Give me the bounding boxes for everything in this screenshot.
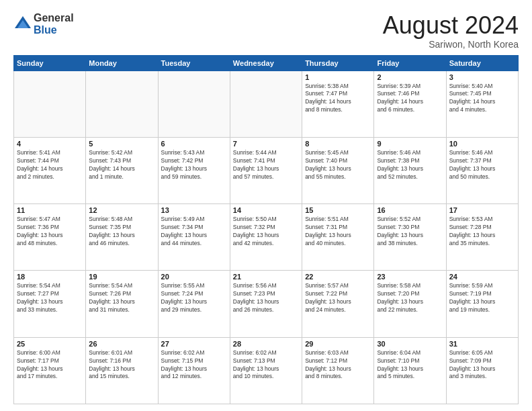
logo-general-text: General <box>34 12 74 24</box>
table-row: 5Sunrise: 5:42 AM Sunset: 7:43 PM Daylig… <box>86 137 158 203</box>
day-number: 23 <box>377 273 443 281</box>
logo: General Blue <box>13 12 74 36</box>
cell-content: Sunrise: 5:41 AM Sunset: 7:44 PM Dayligh… <box>17 149 83 181</box>
page: General Blue August 2024 Sariwon, North … <box>0 0 532 411</box>
table-row: 2Sunrise: 5:39 AM Sunset: 7:46 PM Daylig… <box>374 71 446 137</box>
logo-icon <box>13 15 32 34</box>
header: General Blue August 2024 Sariwon, North … <box>13 12 519 50</box>
cell-content: Sunrise: 5:53 AM Sunset: 7:28 PM Dayligh… <box>449 216 515 248</box>
title-block: August 2024 Sariwon, North Korea <box>383 12 519 50</box>
header-thursday: Thursday <box>302 55 374 71</box>
header-sunday: Sunday <box>14 55 86 71</box>
table-row: 9Sunrise: 5:46 AM Sunset: 7:38 PM Daylig… <box>374 137 446 203</box>
header-monday: Monday <box>86 55 158 71</box>
table-row: 6Sunrise: 5:43 AM Sunset: 7:42 PM Daylig… <box>158 137 230 203</box>
day-number: 2 <box>377 73 443 81</box>
cell-content: Sunrise: 5:45 AM Sunset: 7:40 PM Dayligh… <box>305 149 371 181</box>
table-row: 18Sunrise: 5:54 AM Sunset: 7:27 PM Dayli… <box>14 271 86 337</box>
day-number: 29 <box>305 340 371 348</box>
table-row: 25Sunrise: 6:00 AM Sunset: 7:17 PM Dayli… <box>14 337 86 404</box>
day-number: 5 <box>89 140 154 148</box>
cell-content: Sunrise: 5:50 AM Sunset: 7:32 PM Dayligh… <box>233 216 299 248</box>
table-row: 29Sunrise: 6:03 AM Sunset: 7:12 PM Dayli… <box>302 337 374 404</box>
day-number: 22 <box>305 273 371 281</box>
cell-content: Sunrise: 6:02 AM Sunset: 7:15 PM Dayligh… <box>161 349 227 381</box>
calendar-week-3: 11Sunrise: 5:47 AM Sunset: 7:36 PM Dayli… <box>14 204 519 271</box>
table-row: 21Sunrise: 5:56 AM Sunset: 7:23 PM Dayli… <box>230 271 302 337</box>
day-number: 19 <box>89 273 154 281</box>
cell-content: Sunrise: 5:55 AM Sunset: 7:24 PM Dayligh… <box>161 282 227 314</box>
day-number: 25 <box>17 340 83 348</box>
cell-content: Sunrise: 5:51 AM Sunset: 7:31 PM Dayligh… <box>305 216 371 248</box>
header-friday: Friday <box>374 55 446 71</box>
table-row: 27Sunrise: 6:02 AM Sunset: 7:15 PM Dayli… <box>158 337 230 404</box>
days-header-row: Sunday Monday Tuesday Wednesday Thursday… <box>14 55 519 71</box>
cell-content: Sunrise: 5:59 AM Sunset: 7:19 PM Dayligh… <box>449 282 515 314</box>
table-row: 7Sunrise: 5:44 AM Sunset: 7:41 PM Daylig… <box>230 137 302 203</box>
cell-content: Sunrise: 6:02 AM Sunset: 7:13 PM Dayligh… <box>233 349 299 381</box>
day-number: 20 <box>161 273 227 281</box>
day-number: 16 <box>377 206 443 214</box>
cell-content: Sunrise: 5:44 AM Sunset: 7:41 PM Dayligh… <box>233 149 299 181</box>
day-number: 7 <box>233 140 299 148</box>
day-number: 26 <box>89 340 154 348</box>
day-number: 12 <box>89 206 154 214</box>
cell-content: Sunrise: 5:57 AM Sunset: 7:22 PM Dayligh… <box>305 282 371 314</box>
logo-blue-text: Blue <box>34 24 74 36</box>
table-row: 14Sunrise: 5:50 AM Sunset: 7:32 PM Dayli… <box>230 204 302 271</box>
day-number: 18 <box>17 273 83 281</box>
cell-content: Sunrise: 5:39 AM Sunset: 7:46 PM Dayligh… <box>377 83 443 115</box>
table-row: 15Sunrise: 5:51 AM Sunset: 7:31 PM Dayli… <box>302 204 374 271</box>
cell-content: Sunrise: 5:40 AM Sunset: 7:45 PM Dayligh… <box>449 83 515 115</box>
day-number: 1 <box>305 73 371 81</box>
calendar-week-1: 1Sunrise: 5:38 AM Sunset: 7:47 PM Daylig… <box>14 71 519 137</box>
day-number: 31 <box>449 340 515 348</box>
day-number: 24 <box>449 273 515 281</box>
day-number: 10 <box>449 140 515 148</box>
table-row: 4Sunrise: 5:41 AM Sunset: 7:44 PM Daylig… <box>14 137 86 203</box>
table-row: 22Sunrise: 5:57 AM Sunset: 7:22 PM Dayli… <box>302 271 374 337</box>
day-number: 30 <box>377 340 443 348</box>
day-number: 13 <box>161 206 227 214</box>
month-title: August 2024 <box>383 12 519 39</box>
calendar-table: Sunday Monday Tuesday Wednesday Thursday… <box>13 55 519 404</box>
header-wednesday: Wednesday <box>230 55 302 71</box>
calendar-week-4: 18Sunrise: 5:54 AM Sunset: 7:27 PM Dayli… <box>14 271 519 337</box>
table-row: 20Sunrise: 5:55 AM Sunset: 7:24 PM Dayli… <box>158 271 230 337</box>
table-row <box>230 71 302 137</box>
day-number: 8 <box>305 140 371 148</box>
cell-content: Sunrise: 6:00 AM Sunset: 7:17 PM Dayligh… <box>17 349 83 381</box>
table-row: 26Sunrise: 6:01 AM Sunset: 7:16 PM Dayli… <box>86 337 158 404</box>
header-saturday: Saturday <box>446 55 518 71</box>
day-number: 3 <box>449 73 515 81</box>
cell-content: Sunrise: 5:52 AM Sunset: 7:30 PM Dayligh… <box>377 216 443 248</box>
table-row: 1Sunrise: 5:38 AM Sunset: 7:47 PM Daylig… <box>302 71 374 137</box>
cell-content: Sunrise: 5:48 AM Sunset: 7:35 PM Dayligh… <box>89 216 154 248</box>
calendar-week-2: 4Sunrise: 5:41 AM Sunset: 7:44 PM Daylig… <box>14 137 519 203</box>
cell-content: Sunrise: 5:56 AM Sunset: 7:23 PM Dayligh… <box>233 282 299 314</box>
table-row <box>86 71 158 137</box>
cell-content: Sunrise: 6:04 AM Sunset: 7:10 PM Dayligh… <box>377 349 443 381</box>
table-row: 19Sunrise: 5:54 AM Sunset: 7:26 PM Dayli… <box>86 271 158 337</box>
table-row <box>158 71 230 137</box>
day-number: 28 <box>233 340 299 348</box>
table-row: 12Sunrise: 5:48 AM Sunset: 7:35 PM Dayli… <box>86 204 158 271</box>
cell-content: Sunrise: 5:49 AM Sunset: 7:34 PM Dayligh… <box>161 216 227 248</box>
cell-content: Sunrise: 5:42 AM Sunset: 7:43 PM Dayligh… <box>89 149 154 181</box>
table-row: 8Sunrise: 5:45 AM Sunset: 7:40 PM Daylig… <box>302 137 374 203</box>
cell-content: Sunrise: 5:46 AM Sunset: 7:38 PM Dayligh… <box>377 149 443 181</box>
table-row: 23Sunrise: 5:58 AM Sunset: 7:20 PM Dayli… <box>374 271 446 337</box>
cell-content: Sunrise: 5:46 AM Sunset: 7:37 PM Dayligh… <box>449 149 515 181</box>
table-row: 16Sunrise: 5:52 AM Sunset: 7:30 PM Dayli… <box>374 204 446 271</box>
table-row: 11Sunrise: 5:47 AM Sunset: 7:36 PM Dayli… <box>14 204 86 271</box>
cell-content: Sunrise: 5:54 AM Sunset: 7:26 PM Dayligh… <box>89 282 154 314</box>
day-number: 27 <box>161 340 227 348</box>
table-row <box>14 71 86 137</box>
cell-content: Sunrise: 6:05 AM Sunset: 7:09 PM Dayligh… <box>449 349 515 381</box>
day-number: 21 <box>233 273 299 281</box>
table-row: 13Sunrise: 5:49 AM Sunset: 7:34 PM Dayli… <box>158 204 230 271</box>
table-row: 30Sunrise: 6:04 AM Sunset: 7:10 PM Dayli… <box>374 337 446 404</box>
header-tuesday: Tuesday <box>158 55 230 71</box>
day-number: 9 <box>377 140 443 148</box>
table-row: 28Sunrise: 6:02 AM Sunset: 7:13 PM Dayli… <box>230 337 302 404</box>
